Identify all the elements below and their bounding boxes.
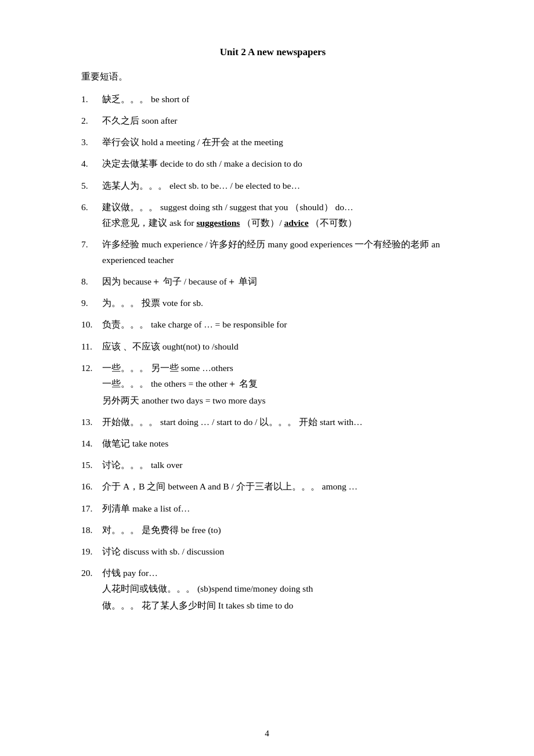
list-item: 13.开始做。。。 start doing … / start to do / …	[81, 414, 464, 430]
item-text: 做笔记 take notes	[102, 435, 464, 451]
item-number: 20.	[81, 565, 102, 581]
intro-text: 重要短语。	[81, 71, 464, 83]
list-item: 7.许多经验 much experience / 许多好的经历 many goo…	[81, 236, 464, 268]
page-number: 4	[0, 729, 534, 739]
item-number: 4.	[81, 156, 102, 171]
sub-item-text: 人花时间或钱做。。。 (sb)spend time/money doing st…	[102, 581, 464, 596]
item-text: 讨论 discuss with sb. / discussion	[102, 543, 464, 559]
item-text: 开始做。。。 start doing … / start to do / 以。。…	[102, 414, 464, 430]
page-title: Unit 2 A new newspapers	[81, 46, 464, 58]
item-text: 缺乏。。。 be short of	[102, 91, 464, 107]
item-text: 一些。。。 另一些 some …others	[102, 360, 464, 376]
list-item: 20.付钱 pay for…人花时间或钱做。。。 (sb)spend time/…	[81, 565, 464, 613]
list-item: 4.决定去做某事 decide to do sth / make a decis…	[81, 156, 464, 171]
item-text: 因为 because＋ 句子 / because of＋ 单词	[102, 273, 464, 289]
item-text: 应该 、不应该 ought(not) to /should	[102, 339, 464, 354]
sub-item-text: 一些。。。 the others = the other＋ 名复	[102, 376, 464, 391]
item-text: 举行会议 hold a meeting / 在开会 at the meeting	[102, 134, 464, 150]
item-number: 11.	[81, 339, 102, 354]
item-number: 16.	[81, 478, 102, 494]
item-text: 负责。。。 take charge of … = be responsible …	[102, 316, 464, 332]
item-text: 不久之后 soon after	[102, 113, 464, 128]
list-item: 9.为。。。 投票 vote for sb.	[81, 295, 464, 311]
item-text: 介于 A，B 之间 between A and B / 介于三者以上。。。 am…	[102, 478, 464, 494]
item-text: 列清单 make a list of…	[102, 501, 464, 516]
item-number: 5.	[81, 178, 102, 193]
list-item: 5.选某人为。。。 elect sb. to be… / be elected …	[81, 178, 464, 193]
item-number: 13.	[81, 414, 102, 430]
list-item: 16.介于 A，B 之间 between A and B / 介于三者以上。。。…	[81, 478, 464, 494]
item-text: 许多经验 much experience / 许多好的经历 many good …	[102, 236, 464, 268]
list-item: 11.应该 、不应该 ought(not) to /should	[81, 339, 464, 354]
item-number: 3.	[81, 134, 102, 150]
sub-item-text: 做。。。 花了某人多少时间 It takes sb time to do	[102, 597, 464, 613]
list-item: 2.不久之后 soon after	[81, 113, 464, 128]
list-item: 19.讨论 discuss with sb. / discussion	[81, 543, 464, 559]
item-number: 6.	[81, 199, 102, 215]
item-number: 2.	[81, 113, 102, 128]
items-container: 1.缺乏。。。 be short of2.不久之后 soon after3.举行…	[81, 91, 464, 613]
item-number: 15.	[81, 457, 102, 473]
list-item: 17.列清单 make a list of…	[81, 501, 464, 516]
item-number: 10.	[81, 316, 102, 332]
item-number: 14.	[81, 435, 102, 451]
item-number: 1.	[81, 91, 102, 107]
item-text: 付钱 pay for…	[102, 565, 464, 581]
item-number: 19.	[81, 543, 102, 559]
list-item: 1.缺乏。。。 be short of	[81, 91, 464, 107]
item-text: 讨论。。。 talk over	[102, 457, 464, 473]
list-item: 12.一些。。。 另一些 some …others一些。。。 the other…	[81, 360, 464, 408]
item-text: 为。。。 投票 vote for sb.	[102, 295, 464, 311]
sub-item-text: 征求意见，建议 ask for suggestions （可数）/ advice…	[102, 215, 464, 231]
item-number: 17.	[81, 501, 102, 516]
item-number: 18.	[81, 522, 102, 538]
list-item: 14.做笔记 take notes	[81, 435, 464, 451]
page: Unit 2 A new newspapers 重要短语。 1.缺乏。。。 be…	[0, 0, 534, 756]
list-item: 15.讨论。。。 talk over	[81, 457, 464, 473]
sub-item-text: 另外两天 another two days = two more days	[102, 393, 464, 408]
list-item: 3.举行会议 hold a meeting / 在开会 at the meeti…	[81, 134, 464, 150]
list-item: 18.对。。。 是免费得 be free (to)	[81, 522, 464, 538]
item-text: 选某人为。。。 elect sb. to be… / be elected to…	[102, 178, 464, 193]
list-item: 10.负责。。。 take charge of … = be responsib…	[81, 316, 464, 332]
item-number: 9.	[81, 295, 102, 311]
item-text: 决定去做某事 decide to do sth / make a decisio…	[102, 156, 464, 171]
item-number: 7.	[81, 236, 102, 252]
item-number: 12.	[81, 360, 102, 376]
item-number: 8.	[81, 273, 102, 289]
list-item: 6.建议做。。。 suggest doing sth / suggest tha…	[81, 199, 464, 231]
list-item: 8.因为 because＋ 句子 / because of＋ 单词	[81, 273, 464, 289]
item-text: 建议做。。。 suggest doing sth / suggest that …	[102, 199, 464, 215]
item-text: 对。。。 是免费得 be free (to)	[102, 522, 464, 538]
